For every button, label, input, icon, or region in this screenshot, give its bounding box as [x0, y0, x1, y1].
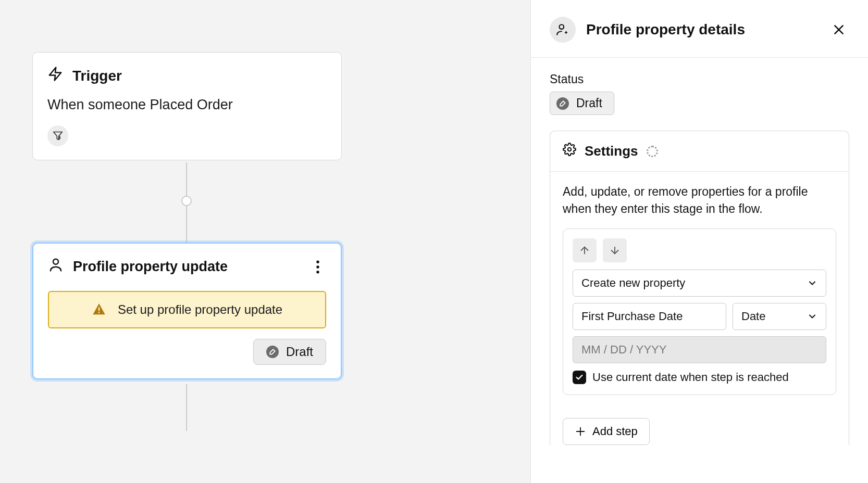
settings-card: Settings Add, update, or remove properti…	[550, 131, 849, 445]
flow-canvas[interactable]: Trigger When someone Placed Order	[0, 0, 530, 483]
chevron-down-icon	[807, 278, 817, 288]
warning-text: Set up profile property update	[118, 302, 282, 317]
add-step-button[interactable]: Add step	[563, 418, 650, 445]
profile-icon	[48, 257, 64, 276]
svg-rect-6	[98, 307, 100, 311]
funnel-bolt-icon	[53, 131, 63, 141]
checkbox-checked-icon	[573, 371, 586, 384]
kebab-icon	[316, 260, 320, 274]
setup-warning-banner[interactable]: Set up profile property update	[48, 291, 326, 328]
close-icon	[832, 23, 846, 36]
move-up-button[interactable]	[573, 238, 597, 262]
svg-rect-7	[98, 312, 100, 313]
plus-icon	[575, 426, 586, 437]
connector-line	[186, 205, 187, 243]
date-placeholder: MM / DD / YYYY	[581, 343, 666, 356]
lightning-icon	[47, 66, 63, 85]
property-type-value: Date	[741, 310, 765, 323]
svg-point-8	[560, 24, 564, 29]
node-status-pill[interactable]: Draft	[253, 339, 326, 365]
property-step-box: Create new property First Purchase Date …	[563, 228, 836, 395]
status-value: Draft	[576, 96, 602, 110]
svg-point-2	[53, 259, 58, 264]
svg-marker-1	[54, 132, 63, 140]
arrow-down-icon	[609, 245, 621, 256]
property-action-select[interactable]: Create new property	[573, 270, 826, 297]
svg-point-3	[316, 260, 319, 263]
arrow-up-icon	[579, 245, 590, 256]
connector-line	[186, 162, 187, 198]
loading-spinner-icon	[647, 146, 658, 157]
update-node-title: Profile property update	[73, 259, 300, 275]
profile-property-update-node[interactable]: Profile property update Set up profile p…	[32, 243, 342, 379]
details-panel: Profile property details Status Draft	[530, 0, 868, 483]
panel-header: Profile property details	[531, 0, 868, 58]
status-field-label: Status	[550, 72, 849, 86]
node-status-label: Draft	[286, 345, 313, 359]
chevron-down-icon	[807, 311, 817, 322]
trigger-node[interactable]: Trigger When someone Placed Order	[32, 52, 342, 160]
property-name-value: First Purchase Date	[581, 310, 683, 323]
close-panel-button[interactable]	[828, 19, 849, 40]
property-name-input[interactable]: First Purchase Date	[573, 303, 726, 330]
date-value-input: MM / DD / YYYY	[573, 336, 826, 363]
property-type-select[interactable]: Date	[733, 303, 826, 330]
svg-point-5	[316, 271, 319, 273]
trigger-title: Trigger	[72, 68, 122, 84]
node-menu-button[interactable]	[309, 259, 326, 275]
status-chip[interactable]: Draft	[550, 92, 614, 115]
draft-status-icon	[266, 346, 279, 358]
move-down-button[interactable]	[603, 238, 627, 262]
settings-description: Add, update, or remove properties for a …	[550, 172, 849, 228]
trigger-description: When someone Placed Order	[47, 97, 327, 113]
settings-heading: Settings	[585, 143, 638, 159]
draft-status-icon	[556, 97, 569, 110]
property-action-value: Create new property	[581, 276, 685, 290]
connector-line	[186, 384, 187, 431]
use-current-date-label: Use current date when step is reached	[592, 371, 789, 384]
svg-point-4	[316, 265, 319, 268]
svg-point-11	[568, 148, 572, 151]
svg-marker-0	[49, 68, 61, 81]
connector-point[interactable]	[181, 196, 192, 206]
trigger-filter-button[interactable]	[47, 125, 68, 146]
use-current-date-checkbox[interactable]: Use current date when step is reached	[573, 371, 826, 384]
profile-sparkle-icon	[550, 17, 576, 43]
add-step-label: Add step	[592, 425, 638, 438]
panel-title: Profile property details	[586, 21, 818, 38]
warning-triangle-icon	[92, 302, 106, 317]
gear-icon	[563, 143, 576, 160]
